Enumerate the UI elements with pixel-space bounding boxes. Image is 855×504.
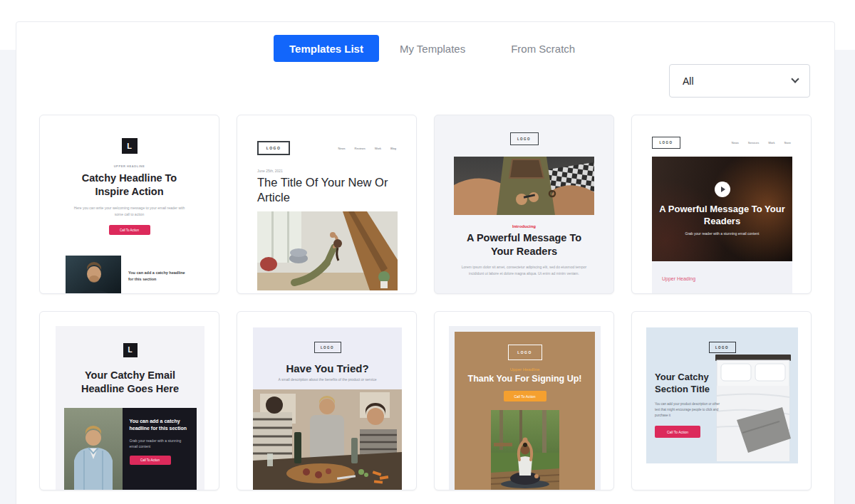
craftsman-illustration (454, 157, 594, 215)
template-nav: News Reviews Work Blog (338, 147, 396, 150)
template-headline: Catchy Headline To Inspire Action (65, 172, 195, 199)
section-caption: You can add a catchy headline for this s… (128, 270, 191, 294)
email-frame: LOGO Upper Headline Thank You For Signin… (449, 326, 601, 490)
play-icon (715, 182, 730, 197)
denim-man-photo (64, 408, 123, 490)
yoga-studio-photo (257, 211, 398, 290)
yoga-studio-illustration (257, 211, 398, 290)
nav-item: Reviews (355, 147, 366, 150)
outdoor-yoga-photo (491, 410, 559, 490)
tab-from-scratch[interactable]: From Scratch (501, 43, 585, 55)
nav-item: News (338, 147, 346, 150)
panel-heading: You can add a catchy headline for this s… (130, 418, 190, 432)
logo-placeholder: LOGO (314, 342, 341, 353)
template-card-video-hero[interactable]: LOGO News Services Work Store A Powerful… (631, 115, 812, 294)
cta-button: Call To Action (109, 225, 150, 235)
template-header: LOGO News Reviews Work Blog (237, 115, 416, 155)
outdoor-yoga-illustration (491, 410, 559, 490)
hero-overlay: A Powerful Message To Your Readers Grab … (652, 204, 792, 236)
template-card-welcome-centered[interactable]: L UPPER HEADLINE Catchy Headline To Insp… (39, 115, 219, 294)
template-card-thank-you[interactable]: LOGO Upper Headline Thank You For Signin… (434, 311, 614, 490)
nav-item: Store (784, 141, 791, 145)
split-section: You can add a catchy headline for this s… (64, 408, 197, 490)
template-headline: Your Catchy Section Title (655, 372, 722, 396)
email-canvas: LOGO Upper Headline Thank You For Signin… (455, 332, 595, 490)
logo-placeholder: LOGO (508, 345, 542, 360)
template-headline: A Powerful Message To Your Readers (652, 204, 792, 228)
nav-item: Blog (390, 147, 396, 150)
logo-placeholder: L (123, 343, 138, 357)
template-headline: Have You Tried? (253, 362, 402, 374)
template-subheadline: Grab your reader with a stunning email c… (652, 231, 792, 236)
template-card-have-you-tried[interactable]: LOGO Have You Tried? A small description… (237, 311, 417, 490)
templates-panel: Templates List My Templates From Scratch… (16, 21, 835, 504)
template-nav: News Services Work Store (732, 141, 791, 145)
article-date: June 25th, 2021 (237, 155, 416, 173)
template-headline: A Powerful Message To Your Readers (456, 231, 593, 258)
video-hero-photo: A Powerful Message To Your Readers Grab … (652, 157, 792, 261)
template-filter-select[interactable]: All (669, 64, 810, 98)
templates-grid: L UPPER HEADLINE Catchy Headline To Insp… (39, 115, 812, 490)
bed-top-view-photo (711, 353, 795, 461)
tab-bar: Templates List My Templates From Scratch (274, 35, 585, 62)
kicker-text: Introducing (435, 224, 613, 229)
bed-illustration (711, 353, 795, 461)
logo-placeholder: L (122, 138, 138, 154)
article-title: The Title Of Your New Or Article (237, 173, 416, 204)
email-canvas: L Your Catchy Email Headline Goes Here (56, 326, 204, 490)
template-card-article[interactable]: LOGO News Reviews Work Blog June 25th, 2… (237, 115, 417, 294)
logo-placeholder: LOGO (652, 137, 680, 149)
template-headline: Thank You For Signing Up! (455, 374, 595, 384)
template-subheadline: A small description about the benefits o… (253, 377, 402, 382)
template-headline: Your Catchy Email Headline Goes Here (68, 369, 193, 396)
portrait-photo (66, 256, 121, 294)
product-text-column: Your Catchy Section Title You can add yo… (655, 372, 722, 438)
nav-item: Services (748, 141, 759, 145)
cta-button: Call To Action (655, 426, 700, 438)
image-caption-row: You can add a catchy headline for this s… (66, 256, 219, 294)
craftsman-photo (454, 157, 594, 215)
footer-heading: Upper Heading (652, 261, 792, 294)
logo-placeholder: LOGO (709, 342, 736, 353)
nav-item: News (732, 141, 739, 145)
cta-button: Call To Action (130, 456, 171, 465)
email-canvas: LOGO Have You Tried? A small description… (253, 327, 402, 490)
man-portrait-illustration (66, 256, 121, 294)
template-card-product-section[interactable]: LOGO Your Catchy Section Title (631, 311, 812, 490)
dinner-table-photo (253, 389, 402, 490)
cta-button: Call To Action (504, 391, 546, 401)
upper-heading-label: Upper Headline (455, 367, 595, 372)
logo-placeholder: LOGO (257, 141, 290, 155)
filter-dropdown: All (669, 64, 810, 98)
template-body-text: Lorem ipsum dolor sit amet, consectetur … (460, 264, 589, 276)
dark-text-panel: You can add a catchy headline for this s… (123, 408, 197, 490)
panel-body: Grab your reader with a stunning email c… (130, 438, 190, 449)
template-body-text: Here you can write your welcoming messag… (73, 205, 186, 217)
tab-my-templates[interactable]: My Templates (390, 43, 475, 55)
nav-item: Work (768, 141, 774, 145)
template-card-catchy-email[interactable]: L Your Catchy Email Headline Goes Here (39, 311, 219, 490)
upper-heading-label: UPPER HEADLINE (40, 164, 219, 168)
denim-man-illustration (64, 408, 123, 490)
dinner-table-illustration (253, 389, 402, 490)
email-canvas: LOGO Your Catchy Section Title (646, 327, 798, 463)
template-header: LOGO News Services Work Store (632, 115, 811, 149)
logo-placeholder: LOGO (510, 132, 539, 145)
template-card-introducing[interactable]: LOGO (434, 115, 614, 294)
tab-templates-list[interactable]: Templates List (274, 35, 379, 62)
nav-item: Work (375, 147, 381, 150)
template-body-text: You can add your product description or … (655, 401, 722, 419)
